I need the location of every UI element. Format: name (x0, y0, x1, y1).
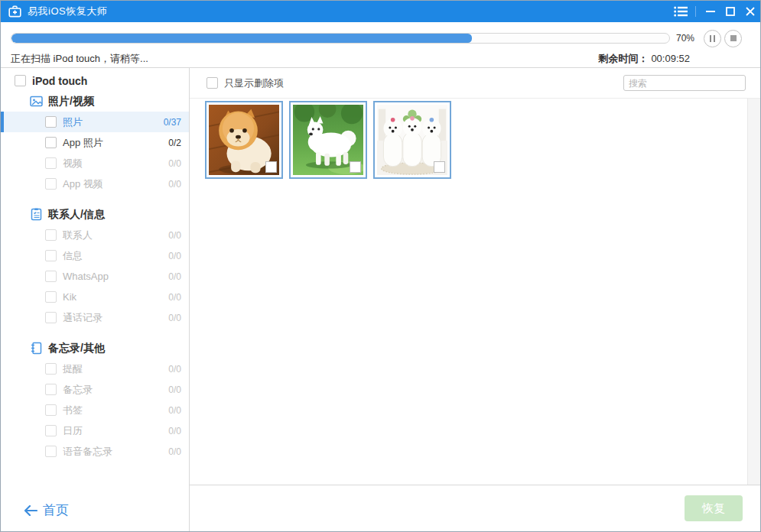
sidebar: iPod touch 照片/视频 照片 0/37 App (1, 68, 190, 531)
photo-checkbox[interactable] (434, 161, 445, 173)
filter-deleted-toggle[interactable]: 只显示删除项 (207, 76, 284, 90)
minimize-button[interactable] (701, 1, 720, 22)
recover-button[interactable]: 恢复 (685, 495, 743, 521)
sidebar-item-label: App 视频 (63, 177, 103, 191)
stop-button[interactable] (724, 30, 742, 47)
home-link[interactable]: 首页 (24, 501, 69, 519)
device-label: iPod touch (32, 75, 87, 87)
item-count: 0/2 (168, 138, 181, 148)
close-button[interactable] (740, 1, 760, 22)
sidebar-item-app-photos[interactable]: App 照片 0/2 (1, 132, 189, 153)
section-photos-videos: 照片/视频 (1, 91, 189, 112)
item-count: 0/0 (168, 446, 181, 457)
pause-button[interactable] (704, 30, 721, 47)
app-window: 易我iOS恢复大师 (0, 0, 761, 532)
search-input[interactable] (623, 75, 746, 91)
photo-thumbnail-pomeranian[interactable] (205, 101, 283, 179)
scan-status-text: 正在扫描 iPod touch，请稍等... (11, 52, 148, 66)
sidebar-item-reminders[interactable]: 提醒 0/0 (1, 358, 189, 379)
item-checkbox[interactable] (45, 363, 57, 375)
time-remaining-label: 剩余时间： (598, 53, 648, 64)
sidebar-item-videos[interactable]: 视频 0/0 (1, 153, 189, 174)
section-notes-other: 备忘录/其他 (1, 338, 189, 358)
item-count: 0/0 (168, 364, 181, 375)
sidebar-item-calendar[interactable]: 日历 0/0 (1, 420, 189, 441)
sidebar-item-label: 照片 (63, 115, 83, 129)
filter-label: 只显示删除项 (224, 76, 284, 90)
section-label: 照片/视频 (48, 95, 94, 109)
sidebar-device-row[interactable]: iPod touch (1, 70, 189, 91)
sidebar-item-contacts[interactable]: 联系人 0/0 (1, 225, 189, 245)
photos-icon (30, 95, 43, 108)
menu-button[interactable] (671, 1, 691, 22)
device-checkbox[interactable] (15, 75, 26, 86)
titlebar: 易我iOS恢复大师 (1, 1, 760, 22)
maximize-button[interactable] (720, 1, 740, 22)
item-checkbox[interactable] (45, 312, 57, 323)
photo-thumbnail-samoyed[interactable] (289, 101, 367, 179)
item-checkbox[interactable] (45, 404, 57, 416)
sidebar-item-messages[interactable]: 信息 0/0 (1, 245, 189, 266)
maximize-icon (726, 7, 735, 16)
scan-header: 70% 正在扫描 iPod touch，请稍等... 剩余时间：00:09:52 (1, 22, 760, 68)
close-icon (746, 7, 755, 16)
item-checkbox[interactable] (45, 137, 57, 148)
sidebar-item-photos[interactable]: 照片 0/37 (1, 112, 189, 132)
item-count: 0/0 (168, 405, 181, 416)
item-count: 0/0 (168, 251, 181, 261)
item-checkbox[interactable] (45, 157, 57, 169)
app-title: 易我iOS恢复大师 (28, 5, 107, 18)
sidebar-item-label: 提醒 (63, 362, 83, 376)
notes-icon (30, 342, 43, 355)
sidebar-item-kik[interactable]: Kik 0/0 (1, 287, 189, 307)
item-checkbox[interactable] (45, 384, 57, 395)
stop-icon (730, 35, 737, 41)
sidebar-item-call-history[interactable]: 通话记录 0/0 (1, 307, 189, 328)
progress-percent: 70% (676, 33, 696, 44)
item-count: 0/0 (168, 271, 181, 282)
main-toolbar: 只显示删除项 (190, 68, 760, 99)
item-count: 0/0 (168, 158, 181, 169)
item-count: 0/0 (168, 426, 181, 436)
sidebar-item-label: Kik (63, 291, 76, 303)
section-label: 联系人/信息 (48, 208, 105, 222)
item-checkbox[interactable] (45, 271, 57, 282)
item-checkbox[interactable] (45, 291, 57, 303)
sidebar-item-label: 语音备忘录 (63, 445, 112, 459)
sidebar-item-notes[interactable]: 备忘录 0/0 (1, 379, 189, 400)
sidebar-item-voice-memos[interactable]: 语音备忘录 0/0 (1, 441, 189, 462)
section-contacts-messages: 联系人/信息 (1, 204, 189, 225)
photo-grid (190, 99, 760, 485)
item-checkbox[interactable] (45, 116, 57, 128)
item-checkbox[interactable] (45, 178, 57, 190)
titlebar-controls (671, 1, 760, 22)
item-count: 0/37 (164, 117, 181, 128)
pause-icon (710, 35, 715, 42)
contacts-icon (30, 208, 43, 221)
minimize-icon (706, 7, 715, 16)
sidebar-item-label: 视频 (63, 157, 83, 170)
item-checkbox[interactable] (45, 425, 57, 436)
photo-checkbox[interactable] (265, 161, 277, 173)
photo-checkbox[interactable] (350, 161, 361, 173)
sidebar-item-label: 通话记录 (63, 311, 102, 325)
sidebar-item-label: WhatsApp (63, 271, 109, 282)
filter-checkbox[interactable] (207, 77, 218, 89)
menu-icon (674, 6, 688, 17)
item-checkbox[interactable] (45, 250, 57, 261)
sidebar-item-app-videos[interactable]: App 视频 0/0 (1, 174, 189, 194)
item-checkbox[interactable] (45, 446, 57, 457)
photo-thumbnail-maltese[interactable] (373, 101, 451, 179)
item-count: 0/0 (168, 179, 181, 190)
sidebar-item-label: 书签 (63, 404, 83, 417)
scrollbar-track[interactable] (747, 99, 760, 485)
footer-bar: 恢复 (190, 485, 760, 531)
sidebar-item-label: 联系人 (63, 229, 93, 242)
sidebar-item-label: App 照片 (63, 136, 103, 150)
item-checkbox[interactable] (45, 229, 57, 241)
progress-bar (11, 33, 670, 44)
sidebar-item-whatsapp[interactable]: WhatsApp 0/0 (1, 266, 189, 287)
sidebar-item-bookmarks[interactable]: 书签 0/0 (1, 400, 189, 420)
sidebar-item-label: 备忘录 (63, 383, 93, 397)
section-label: 备忘录/其他 (48, 342, 105, 355)
